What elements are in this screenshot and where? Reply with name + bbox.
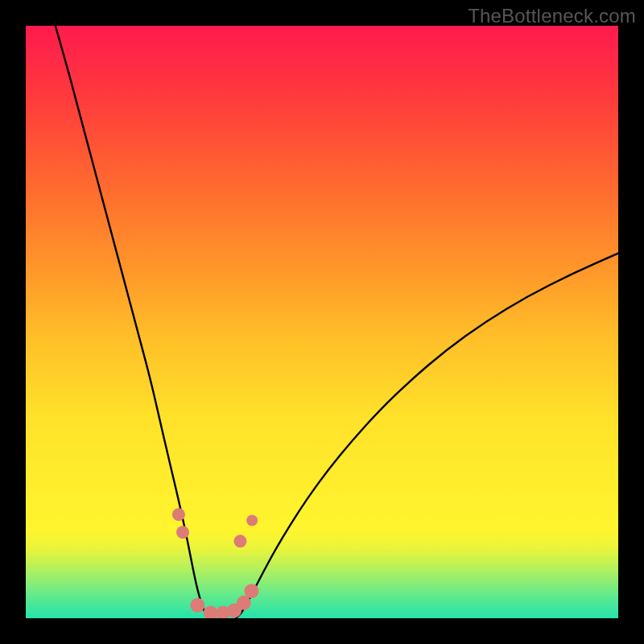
data-dots-group	[172, 508, 259, 618]
data-dot	[233, 535, 246, 547]
right-branch-curve	[236, 254, 618, 618]
data-dot	[190, 598, 204, 613]
curve-overlay	[26, 26, 618, 618]
data-dot	[204, 605, 218, 618]
data-dot	[176, 526, 189, 539]
plot-area	[26, 26, 618, 618]
data-dot	[244, 584, 258, 598]
data-dot	[172, 508, 185, 521]
data-dot	[246, 515, 258, 526]
watermark-text: TheBottleneck.com	[468, 5, 636, 27]
data-dot	[237, 596, 251, 610]
chart-container: TheBottleneck.com	[0, 0, 644, 644]
